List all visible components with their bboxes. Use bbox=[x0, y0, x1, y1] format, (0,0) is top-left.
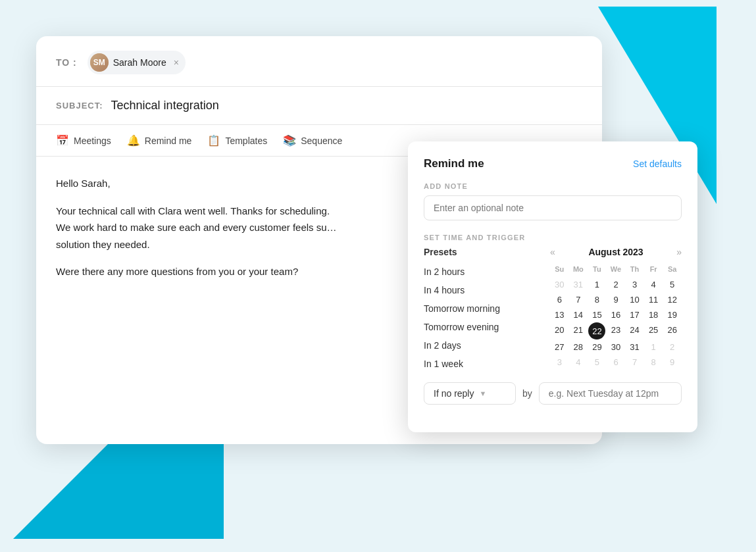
subject-label: SUBJECT: bbox=[56, 101, 103, 111]
cal-day[interactable]: 16 bbox=[607, 307, 626, 322]
cal-day[interactable]: 15 bbox=[588, 307, 607, 322]
calendar-prev-button[interactable]: « bbox=[550, 247, 555, 257]
cal-day[interactable]: 31 bbox=[569, 277, 588, 292]
calendar-grid: Su Mo Tu We Th Fr Sa 30 31 1 2 3 bbox=[550, 264, 682, 370]
cal-day[interactable]: 6 bbox=[550, 292, 569, 307]
to-label: TO : bbox=[56, 57, 77, 68]
set-time-section: SET TIME AND TRIGGER Presets In 2 hours … bbox=[424, 234, 682, 405]
presets-column: Presets In 2 hours In 4 hours Tomorrow m… bbox=[424, 247, 550, 373]
cal-day[interactable]: 30 bbox=[550, 277, 569, 292]
templates-icon: 📋 bbox=[207, 134, 220, 147]
calendar-week-2: 6 7 8 9 10 11 12 bbox=[550, 292, 682, 307]
cal-day[interactable]: 25 bbox=[644, 322, 663, 339]
cal-day[interactable]: 21 bbox=[569, 322, 588, 339]
cal-day-today[interactable]: 22 bbox=[588, 322, 605, 339]
calendar-week-6: 3 4 5 6 7 8 9 bbox=[550, 355, 682, 370]
preset-in-2-days[interactable]: In 2 days bbox=[424, 336, 537, 355]
preset-in-1-week[interactable]: In 1 week bbox=[424, 355, 537, 373]
cal-day[interactable]: 9 bbox=[607, 292, 626, 307]
dow-mo: Mo bbox=[569, 264, 588, 274]
recipient-name: Sarah Moore bbox=[113, 57, 166, 68]
dow-su: Su bbox=[550, 264, 569, 274]
preset-tomorrow-morning[interactable]: Tomorrow morning bbox=[424, 299, 537, 318]
remind-me-popup: Remind me Set defaults ADD NOTE SET TIME… bbox=[408, 141, 697, 432]
cal-day[interactable]: 24 bbox=[625, 322, 644, 339]
meetings-button[interactable]: 📅 Meetings bbox=[56, 134, 111, 147]
cal-day[interactable]: 29 bbox=[588, 339, 607, 355]
cal-day[interactable]: 2 bbox=[607, 277, 626, 292]
remind-me-button[interactable]: 🔔 Remind me bbox=[127, 134, 192, 147]
remove-recipient-button[interactable]: × bbox=[174, 57, 179, 68]
preset-in-2-hours[interactable]: In 2 hours bbox=[424, 263, 537, 281]
days-of-week: Su Mo Tu We Th Fr Sa bbox=[550, 264, 682, 274]
set-defaults-link[interactable]: Set defaults bbox=[633, 159, 682, 169]
cal-day[interactable]: 26 bbox=[663, 322, 682, 339]
cal-day[interactable]: 19 bbox=[663, 307, 682, 322]
by-label: by bbox=[522, 388, 532, 399]
cal-day[interactable]: 18 bbox=[644, 307, 663, 322]
cal-day[interactable]: 31 bbox=[625, 339, 644, 355]
calendar-week-3: 13 14 15 16 17 18 19 bbox=[550, 307, 682, 322]
cal-day[interactable]: 23 bbox=[607, 322, 626, 339]
calendar-next-button[interactable]: » bbox=[676, 247, 682, 257]
cal-day[interactable]: 1 bbox=[644, 339, 663, 355]
cal-day[interactable]: 20 bbox=[550, 322, 569, 339]
chevron-down-icon: ▼ bbox=[479, 389, 486, 397]
cal-day[interactable]: 1 bbox=[588, 277, 607, 292]
set-time-label: SET TIME AND TRIGGER bbox=[424, 234, 682, 241]
cal-day[interactable]: 10 bbox=[625, 292, 644, 307]
popup-header: Remind me Set defaults bbox=[424, 157, 682, 170]
remind-icon: 🔔 bbox=[127, 134, 140, 147]
cal-day[interactable]: 13 bbox=[550, 307, 569, 322]
preset-tomorrow-evening[interactable]: Tomorrow evening bbox=[424, 318, 537, 336]
calendar-week-4: 20 21 22 23 24 25 26 bbox=[550, 322, 682, 339]
cal-day[interactable]: 8 bbox=[588, 292, 607, 307]
avatar-image: SM bbox=[90, 53, 109, 72]
cal-day[interactable]: 17 bbox=[625, 307, 644, 322]
cal-day[interactable]: 2 bbox=[663, 339, 682, 355]
time-input[interactable] bbox=[539, 382, 682, 405]
cal-day[interactable]: 5 bbox=[588, 355, 607, 370]
to-row: TO : SM Sarah Moore × bbox=[36, 36, 602, 87]
cal-day[interactable]: 5 bbox=[663, 277, 682, 292]
cal-day[interactable]: 11 bbox=[644, 292, 663, 307]
sequence-button[interactable]: 📚 Sequence bbox=[283, 134, 342, 147]
cal-day[interactable]: 27 bbox=[550, 339, 569, 355]
cal-day[interactable]: 3 bbox=[550, 355, 569, 370]
dow-fr: Fr bbox=[644, 264, 663, 274]
note-input[interactable] bbox=[424, 195, 682, 220]
trigger-row: If no reply ▼ by bbox=[424, 382, 682, 405]
templates-button[interactable]: 📋 Templates bbox=[207, 134, 267, 147]
templates-label: Templates bbox=[225, 136, 267, 146]
cal-day[interactable]: 6 bbox=[607, 355, 626, 370]
cal-day[interactable]: 8 bbox=[644, 355, 663, 370]
preset-in-4-hours[interactable]: In 4 hours bbox=[424, 281, 537, 299]
dow-th: Th bbox=[625, 264, 644, 274]
recipient-chip[interactable]: SM Sarah Moore × bbox=[88, 51, 186, 74]
presets-header: Presets bbox=[424, 247, 537, 257]
cal-day[interactable]: 30 bbox=[607, 339, 626, 355]
cal-day[interactable]: 28 bbox=[569, 339, 588, 355]
calendar-month: August 2023 bbox=[588, 247, 643, 257]
calendar-icon: 📅 bbox=[56, 134, 69, 147]
trigger-label: If no reply bbox=[434, 388, 474, 399]
cal-day[interactable]: 3 bbox=[625, 277, 644, 292]
cal-day[interactable]: 4 bbox=[569, 355, 588, 370]
calendar-week-5: 27 28 29 30 31 1 2 bbox=[550, 339, 682, 355]
cal-day[interactable]: 7 bbox=[625, 355, 644, 370]
popup-title: Remind me bbox=[424, 157, 484, 170]
avatar: SM bbox=[90, 53, 109, 72]
cal-day[interactable]: 14 bbox=[569, 307, 588, 322]
calendar-column: « August 2023 » Su Mo Tu We Th Fr Sa bbox=[550, 247, 682, 373]
cal-day[interactable]: 7 bbox=[569, 292, 588, 307]
dow-sa: Sa bbox=[663, 264, 682, 274]
trigger-select[interactable]: If no reply ▼ bbox=[424, 382, 516, 405]
dow-we: We bbox=[607, 264, 626, 274]
add-note-section: ADD NOTE bbox=[424, 182, 682, 234]
cal-day[interactable]: 9 bbox=[663, 355, 682, 370]
cal-day[interactable]: 12 bbox=[663, 292, 682, 307]
meetings-label: Meetings bbox=[74, 136, 111, 146]
sequence-icon: 📚 bbox=[283, 134, 296, 147]
presets-calendar-grid: Presets In 2 hours In 4 hours Tomorrow m… bbox=[424, 247, 682, 373]
cal-day[interactable]: 4 bbox=[644, 277, 663, 292]
